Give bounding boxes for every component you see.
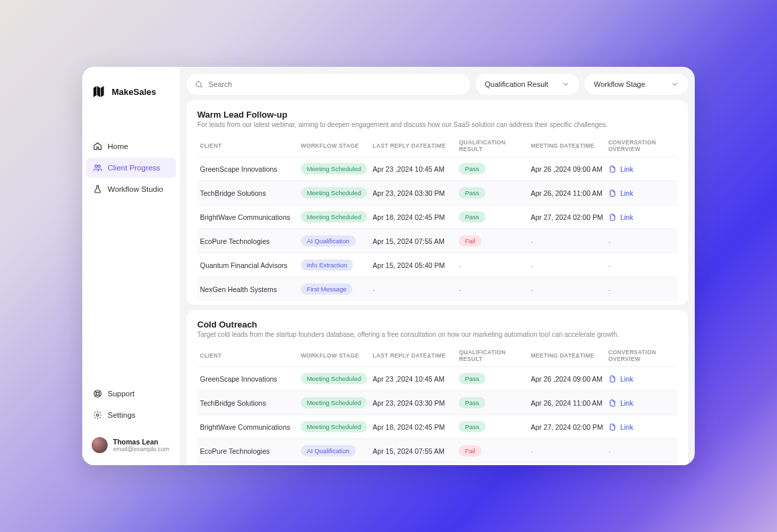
cell-meeting: Apr 26 ,2024 09:00 AM (528, 157, 606, 181)
table-row[interactable]: EcoPure TechnologiesAI QualificationApr … (197, 229, 677, 253)
file-icon (608, 375, 617, 383)
home-icon (93, 142, 102, 151)
table-row[interactable]: GreenScape InnovationsMeeting ScheduledA… (197, 367, 677, 391)
column-header: CLIENT (197, 135, 298, 157)
nav-settings[interactable]: Settings (86, 405, 176, 425)
cell-meeting: - (528, 439, 606, 463)
cell-overview: Link (606, 391, 677, 415)
result-badge: Pass (459, 187, 485, 198)
svg-point-3 (96, 392, 100, 396)
cell-result: - (456, 463, 528, 466)
file-icon (608, 399, 617, 407)
svg-point-5 (196, 82, 201, 87)
column-header: CLIENT (197, 345, 298, 367)
table-row[interactable]: EcoPure TechnologiesAI QualificationApr … (197, 439, 677, 463)
main-content: Qualification Result Workflow Stage Warm… (180, 67, 695, 465)
column-header: QUALIFICATION RESULT (456, 345, 528, 367)
link-text: Link (621, 375, 633, 383)
users-icon (93, 163, 102, 172)
user-profile[interactable]: Thomas Lean email@example.com (82, 437, 180, 453)
stage-badge: Meeting Scheduled (301, 187, 367, 198)
stage-badge: AI Qualification (301, 445, 356, 456)
filter-workflow[interactable]: Workflow Stage (584, 74, 688, 95)
stage-badge: Info Extraction (301, 259, 354, 271)
section-panel: Warm Lead Follow-upFor leads from our la… (187, 100, 688, 305)
svg-point-1 (98, 165, 101, 168)
conversation-link[interactable]: Link (608, 213, 675, 221)
cell-overview: - (606, 463, 677, 466)
table-row[interactable]: GreenScape InnovationsMeeting ScheduledA… (197, 157, 677, 181)
table-row[interactable]: TechBridge SolutionsMeeting ScheduledApr… (197, 181, 677, 205)
cell-client: Quantum Financial Advisors (197, 253, 298, 277)
sidebar: MakeSales Home Client Progress Workflow … (82, 67, 180, 465)
cell-client: NexGen Health Systems (197, 277, 298, 301)
table-row[interactable]: TechBridge SolutionsMeeting ScheduledApr… (197, 391, 677, 415)
cell-stage: Meeting Scheduled (298, 391, 370, 415)
cell-result: Fail (456, 229, 528, 253)
cell-result: Pass (456, 415, 528, 439)
cell-meeting: - (528, 463, 606, 466)
user-info: Thomas Lean email@example.com (113, 438, 169, 452)
column-header: MEETING DATE&TIME (528, 345, 606, 367)
nav-support-label: Support (108, 390, 134, 398)
link-text: Link (621, 423, 633, 431)
column-header: LAST REPLY DATE&TIME (370, 345, 456, 367)
cell-last-reply: Apr 23 ,2024 10:45 AM (370, 367, 456, 391)
column-header: CONVERSATION OVERVIEW (606, 135, 677, 157)
result-badge: Pass (459, 211, 485, 223)
result-badge: Fail (459, 445, 481, 456)
sidebar-nav: Home Client Progress Workflow Studio (82, 136, 180, 199)
conversation-link[interactable]: Link (608, 375, 675, 383)
search-box[interactable] (187, 74, 470, 95)
table-row[interactable]: BrightWave CommunicationsMeeting Schedul… (197, 415, 677, 439)
conversation-link[interactable]: Link (608, 423, 675, 431)
stage-badge: Meeting Scheduled (301, 397, 367, 408)
conversation-link[interactable]: Link (608, 189, 675, 197)
section-description: For leads from our latest webinar, aimin… (197, 121, 677, 128)
nav-home-label: Home (108, 142, 128, 150)
section-title: Cold Outreach (197, 319, 677, 329)
cell-meeting: - (528, 277, 606, 301)
nav-settings-label: Settings (108, 411, 136, 419)
filter-qualification[interactable]: Qualification Result (475, 74, 579, 95)
cell-stage: Info Extraction (298, 253, 370, 277)
nav-workflow-studio[interactable]: Workflow Studio (86, 179, 176, 199)
result-badge: Pass (459, 397, 485, 408)
filter-qualification-label: Qualification Result (485, 80, 548, 88)
user-email: email@example.com (113, 446, 169, 452)
conversation-link[interactable]: Link (608, 165, 675, 173)
nav-home[interactable]: Home (86, 136, 176, 156)
cell-meeting: Apr 27, 2024 02:00 PM (528, 205, 606, 229)
search-input[interactable] (209, 80, 462, 88)
conversation-link[interactable]: Link (608, 399, 675, 407)
file-icon (608, 213, 617, 221)
cell-result: Pass (456, 157, 528, 181)
user-name: Thomas Lean (113, 438, 169, 446)
cell-stage: AI Qualification (298, 439, 370, 463)
table-row[interactable]: NexGen Health SystemsFirst Message---- (197, 277, 677, 301)
stage-badge: AI Qualification (301, 235, 356, 247)
nav-client-progress-label: Client Progress (108, 164, 160, 172)
nav-client-progress[interactable]: Client Progress (86, 158, 176, 178)
table-row[interactable]: Quantum Financial AdvisorsInfo Extractio… (197, 463, 677, 466)
app-window: MakeSales Home Client Progress Workflow … (82, 67, 695, 465)
column-header: WORKFLOW STAGE (298, 345, 370, 367)
cell-overview: Link (606, 181, 677, 205)
filter-workflow-label: Workflow Stage (594, 80, 645, 88)
cell-stage: Meeting Scheduled (298, 205, 370, 229)
section-title: Warm Lead Follow-up (197, 110, 677, 120)
stage-badge: First Message (301, 283, 353, 295)
stage-badge: Meeting Scheduled (301, 163, 367, 174)
nav-support[interactable]: Support (86, 384, 176, 404)
cell-overview: - (606, 277, 677, 301)
cell-meeting: - (528, 229, 606, 253)
cell-stage: AI Qualification (298, 229, 370, 253)
cell-meeting: Apr 26, 2024 11:00 AM (528, 181, 606, 205)
brand-logo: MakeSales (82, 84, 180, 99)
cell-client: BrightWave Communications (197, 415, 298, 439)
stage-badge: Meeting Scheduled (301, 211, 367, 223)
table-row[interactable]: Quantum Financial AdvisorsInfo Extractio… (197, 253, 677, 277)
table-row[interactable]: BrightWave CommunicationsMeeting Schedul… (197, 205, 677, 229)
column-header: QUALIFICATION RESULT (456, 135, 528, 157)
cell-client: EcoPure Technologies (197, 229, 298, 253)
